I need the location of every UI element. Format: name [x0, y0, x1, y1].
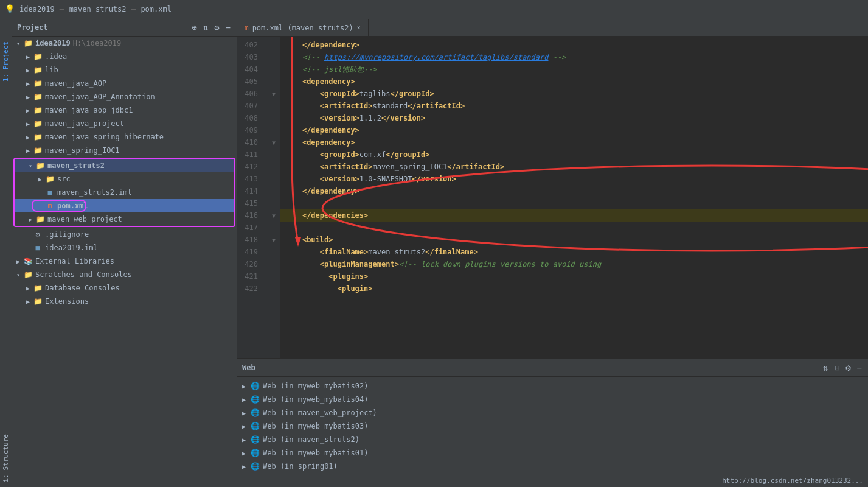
expand-arrow-external-libraries: ▶: [15, 258, 22, 265]
tab-close-pom-xml[interactable]: ×: [357, 24, 361, 31]
tab-bar: m pom.xml (maven_struts2) ×: [237, 18, 868, 37]
file-icon-idea2019-iml: ■: [33, 243, 43, 253]
tree-label-gitignore: .gitignore: [45, 230, 89, 239]
tree-item-gitignore[interactable]: ▶ ⚙ .gitignore: [12, 228, 237, 241]
expand-arrow-maven-java-aop-jdbc1: ▶: [24, 107, 32, 114]
rail-tab-structure[interactable]: i: Structure: [0, 429, 12, 487]
tree-item-scratches[interactable]: ▾ 📁 Scratches and Consoles: [12, 268, 237, 281]
bottom-item-myweb-mybatis03[interactable]: ▶ 🌐 Web (in myweb_mybatis03): [237, 419, 868, 433]
tree-item-maven-java-aop[interactable]: ▶ 📁 maven_java_AOP: [12, 77, 237, 90]
tree-item-maven-web-project[interactable]: ▶ 📁 maven_web_project: [15, 212, 234, 226]
folder-icon-scratches: 📁: [23, 270, 33, 279]
web-icon-1: 🌐: [251, 382, 259, 390]
tree-label-extensions: Extensions: [45, 297, 89, 306]
bottom-item-spring01[interactable]: ▶ 🌐 Web (in spring01): [237, 460, 868, 473]
tab-pom-xml[interactable]: m pom.xml (maven_struts2) ×: [237, 19, 369, 36]
bottom-sync-icon[interactable]: ⇅: [822, 362, 829, 374]
folder-icon-lib: 📁: [33, 65, 43, 75]
file-icon-xml: m: [45, 201, 55, 211]
expand-arrow-lib: ▶: [24, 66, 32, 74]
tree-item-src[interactable]: ▶ 📁 src: [15, 172, 234, 186]
folder-icon-root: 📁: [23, 38, 33, 48]
code-line-419: <finalName>maven_struts2</finalName>: [280, 246, 868, 258]
tree-label-maven-web-project: maven_web_project: [47, 215, 122, 223]
bottom-panel: Web ⇅ ⊟ ⚙ − ▶ 🌐 Web (in myweb_mybatis02: [237, 358, 868, 474]
expand-arrow-maven-web-project: ▶: [27, 215, 34, 223]
web-icon-3: 🌐: [251, 408, 259, 417]
bottom-item-myweb-mybatis01[interactable]: ▶ 🌐 Web (in myweb_mybatis01): [237, 446, 868, 460]
code-editor: 402 403 404 405 406 407 408 409 410 411 …: [237, 37, 868, 358]
bottom-item-maven-struts2[interactable]: ▶ 🌐 Web (in maven_struts2): [237, 433, 868, 446]
bottom-item-myweb-mybatis04[interactable]: ▶ 🌐 Web (in myweb_mybatis04): [237, 393, 868, 406]
bottom-settings-icon[interactable]: ⚙: [844, 362, 852, 374]
tree-item-external-libraries[interactable]: ▶ 📚 External Libraries: [12, 254, 237, 268]
tree-item-maven-java-project[interactable]: ▶ 📁 maven_java_project: [12, 117, 237, 130]
tree-item-pom-xml[interactable]: ▶ m pom.xml: [15, 199, 234, 212]
folder-icon-src: 📁: [45, 174, 55, 184]
line-numbers: 402 403 404 405 406 407 408 409 410 411 …: [237, 37, 268, 358]
bottom-label-6: Web (in myweb_mybatis01): [263, 449, 368, 457]
rail-tab-project[interactable]: 1: Project: [0, 37, 12, 86]
code-line-403: <!-- https://mvnrepository.com/artifact/…: [280, 51, 868, 63]
tree-item-maven-struts2-iml[interactable]: ▶ ■ maven_struts2.iml: [15, 186, 234, 199]
tree-item-database-consoles[interactable]: ▶ 📁 Database Consoles: [12, 281, 237, 295]
code-line-421: <plugins>: [280, 270, 868, 282]
add-icon[interactable]: ⊕: [190, 21, 198, 33]
bottom-item-maven-web-project[interactable]: ▶ 🌐 Web (in maven_web_project): [237, 406, 868, 419]
editor-gutter: ▼ ▼ ▼ ▼: [268, 37, 280, 358]
tree-label-maven-java-aop: maven_java_AOP: [45, 79, 106, 88]
folder-icon-maven-spring-ioc1: 📁: [33, 145, 43, 155]
tree-item-maven-java-spring-hibernate[interactable]: ▶ 📁 maven_java_spring_hibernate: [12, 130, 237, 144]
tree-item-extensions[interactable]: ▶ 📁 Extensions: [12, 295, 237, 308]
code-line-408: <version>1.1.2</version>: [280, 112, 868, 124]
tree-label-scratches: Scratches and Consoles: [35, 270, 132, 279]
bottom-panel-title: Web: [242, 363, 255, 372]
bottom-label-5: Web (in maven_struts2): [263, 435, 359, 444]
tree-label-root: idea2019: [35, 39, 71, 47]
code-line-418: <build>: [280, 234, 868, 246]
tab-label-pom-xml: pom.xml (maven_struts2): [252, 24, 353, 32]
code-line-417: [280, 222, 868, 234]
bottom-collapse-icon[interactable]: ⊟: [833, 362, 841, 374]
expand-arrow-extensions: ▶: [24, 298, 32, 305]
settings-icon[interactable]: ⚙: [213, 21, 220, 33]
tree-label-lib: lib: [45, 66, 58, 74]
tree-item-maven-spring-ioc1[interactable]: ▶ 📁 maven_spring_IOC1: [12, 144, 237, 157]
expand-arrow-maven-struts2: ▾: [27, 162, 34, 169]
tree-item-maven-java-aop-jdbc1[interactable]: ▶ 📁 maven_java_aop_jdbc1: [12, 103, 237, 117]
minimize-icon[interactable]: −: [224, 21, 232, 33]
code-line-420: <pluginManagement><!-- lock down plugins…: [280, 258, 868, 270]
bottom-label-4: Web (in myweb_mybatis03): [263, 422, 368, 430]
tree-item-idea2019-iml[interactable]: ▶ ■ idea2019.iml: [12, 241, 237, 254]
bottom-toolbar: Web ⇅ ⊟ ⚙ −: [237, 359, 868, 377]
tree-item-lib[interactable]: ▶ 📁 lib: [12, 63, 237, 77]
file-icon-gitignore: ⚙: [33, 229, 43, 239]
tree-label-database-consoles: Database Consoles: [45, 284, 120, 292]
folder-icon-maven-struts2: 📁: [35, 161, 45, 170]
tree-item-root[interactable]: ▾ 📁 idea2019 H:\idea2019: [12, 37, 237, 50]
expand-arrow-src: ▶: [36, 175, 44, 183]
code-line-415: [280, 197, 868, 209]
code-line-416: </dependencies>: [280, 209, 868, 222]
sync-icon[interactable]: ⇅: [202, 21, 209, 33]
bottom-item-myweb-mybatis02[interactable]: ▶ 🌐 Web (in myweb_mybatis02): [237, 379, 868, 393]
web-icon-2: 🌐: [251, 395, 259, 404]
tree-item-idea[interactable]: ▶ 📁 .idea: [12, 50, 237, 63]
title-project: idea2019: [19, 5, 55, 13]
tree-label-maven-java-project: maven_java_project: [45, 119, 124, 128]
status-text: http://blog.csdn.net/zhang013232...: [722, 477, 863, 485]
folder-icon-maven-java-aop-jdbc1: 📁: [33, 105, 43, 115]
tree-label-maven-java-aop-jdbc1: maven_java_aop_jdbc1: [45, 106, 133, 114]
tree-item-maven-java-aop-ann[interactable]: ▶ 📁 maven_java_AOP_Annotation: [12, 90, 237, 103]
code-line-402: </dependency>: [280, 39, 868, 51]
status-bar: http://blog.csdn.net/zhang013232...: [237, 474, 868, 487]
tree-label-idea2019-iml: idea2019.iml: [45, 244, 98, 252]
bottom-minimize-icon[interactable]: −: [856, 362, 863, 374]
folder-icon-database-consoles: 📁: [33, 283, 43, 293]
project-icon: 💡: [5, 4, 15, 13]
tree-label-maven-spring-ioc1: maven_spring_IOC1: [45, 146, 120, 155]
code-content[interactable]: </dependency> <!-- https://mvnrepository…: [280, 37, 868, 358]
tree-item-maven-struts2[interactable]: ▾ 📁 maven_struts2: [15, 159, 234, 172]
sidebar-title: Project: [17, 23, 48, 32]
web-icon-4: 🌐: [251, 422, 259, 430]
